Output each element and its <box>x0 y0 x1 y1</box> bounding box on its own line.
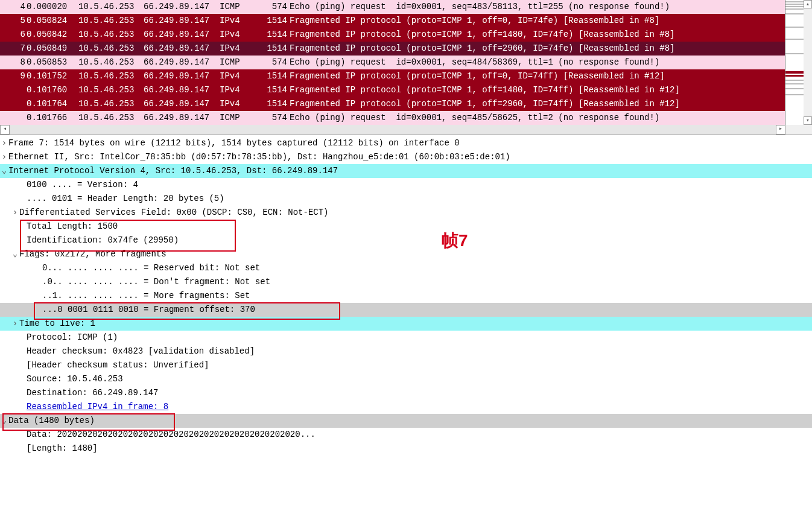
col-source: 10.5.46.253 <box>78 14 144 28</box>
frame-summary: Frame 7: 1514 bytes on wire (12112 bits)… <box>8 138 460 148</box>
col-source: 10.5.46.253 <box>78 42 144 56</box>
packet-row[interactable]: 80.05085310.5.46.25366.249.89.147ICMP574… <box>0 56 785 69</box>
field-header-checksum[interactable]: Header checksum: 0x4823 [validation disa… <box>0 345 812 358</box>
caret-right-icon: › <box>0 150 8 164</box>
field-total-length[interactable]: Total Length: 1500 <box>0 220 812 233</box>
tree-data[interactable]: ⌄Data (1480 bytes) <box>0 414 812 428</box>
col-info: Fragmented IP protocol (proto=ICMP 1, of… <box>290 14 785 28</box>
field-version[interactable]: 0100 .... = Version: 4 <box>0 178 812 192</box>
col-destination: 66.249.89.147 <box>144 97 220 111</box>
col-source: 10.5.46.253 <box>78 28 144 42</box>
col-destination: 66.249.89.147 <box>144 56 220 69</box>
col-length: 1514 <box>250 42 290 56</box>
col-length: 1514 <box>250 83 290 97</box>
packet-row[interactable]: 70.05084910.5.46.25366.249.89.147IPv4151… <box>0 42 785 56</box>
col-source: 10.5.46.253 <box>78 97 144 111</box>
packet-row[interactable]: 90.10175210.5.46.25366.249.89.147IPv4151… <box>0 69 785 83</box>
col-source: 10.5.46.253 <box>78 111 144 125</box>
col-no: 4 <box>0 0 27 14</box>
col-no: 9 <box>0 69 27 83</box>
field-header-length[interactable]: .... 0101 = Header Length: 20 bytes (5) <box>0 192 812 206</box>
col-length: 574 <box>250 0 290 14</box>
field-more-fragments[interactable]: ..1. .... .... .... = More fragments: Se… <box>0 289 812 303</box>
col-length: 574 <box>250 56 290 69</box>
field-identification[interactable]: Identification: 0x74fe (29950) <box>0 233 812 247</box>
col-time: 0.050853 <box>27 56 78 69</box>
field-reserved-bit[interactable]: 0... .... .... .... = Reserved bit: Not … <box>0 261 812 275</box>
hscroll-track[interactable] <box>10 125 776 135</box>
col-no <box>0 83 27 97</box>
tree-dscp[interactable]: ›Differentiated Services Field: 0x00 (DS… <box>0 206 812 220</box>
scroll-down-icon[interactable]: ▾ <box>804 116 812 125</box>
col-length: 1514 <box>250 97 290 111</box>
caret-right-icon: › <box>0 136 8 150</box>
field-data-bytes[interactable]: Data: 2020202020202020202020202020202020… <box>0 428 812 442</box>
col-no: 8 <box>0 56 27 69</box>
col-destination: 66.249.89.147 <box>144 83 220 97</box>
col-length: 1514 <box>250 69 290 83</box>
packet-list-hscroll[interactable]: ◂ ▸ <box>0 125 812 135</box>
reassembled-link[interactable]: Reassembled IPv4 in frame: 8 <box>27 402 168 411</box>
packet-list-minimap[interactable]: ▴ ▾ <box>785 0 812 125</box>
col-info: Echo (ping) request id=0x0001, seq=483/5… <box>290 0 785 14</box>
col-protocol: IPv4 <box>220 97 250 111</box>
packet-row[interactable]: 0.10176410.5.46.25366.249.89.147IPv41514… <box>0 97 785 111</box>
col-destination: 66.249.89.147 <box>144 14 220 28</box>
field-data-length[interactable]: [Length: 1480] <box>0 442 812 456</box>
col-protocol: IPv4 <box>220 42 250 56</box>
col-protocol: ICMP <box>220 111 250 125</box>
col-protocol: IPv4 <box>220 28 250 42</box>
scroll-right-icon[interactable]: ▸ <box>776 125 785 135</box>
col-time: 0.101760 <box>27 83 78 97</box>
col-destination: 66.249.89.147 <box>144 42 220 56</box>
field-source[interactable]: Source: 10.5.46.253 <box>0 372 812 386</box>
col-time: 0.101764 <box>27 97 78 111</box>
packet-row[interactable]: 50.05082410.5.46.25366.249.89.147IPv4151… <box>0 14 785 28</box>
col-no: 5 <box>0 14 27 28</box>
caret-down-icon: ⌄ <box>0 164 8 178</box>
tree-flags[interactable]: ⌄Flags: 0x2172, More fragments <box>0 247 812 261</box>
col-info: Fragmented IP protocol (proto=ICMP 1, of… <box>290 69 785 83</box>
tree-ethernet[interactable]: ›Ethernet II, Src: IntelCor_78:35:bb (d0… <box>0 150 812 164</box>
col-destination: 66.249.89.147 <box>144 111 220 125</box>
col-time: 0.101766 <box>27 111 78 125</box>
col-no: 6 <box>0 28 27 42</box>
col-destination: 66.249.89.147 <box>144 69 220 83</box>
field-checksum-status[interactable]: [Header checksum status: Unverified] <box>0 358 812 372</box>
col-destination: 66.249.89.147 <box>144 28 220 42</box>
col-info: Fragmented IP protocol (proto=ICMP 1, of… <box>290 28 785 42</box>
col-protocol: IPv4 <box>220 14 250 28</box>
col-protocol: ICMP <box>220 0 250 14</box>
col-no <box>0 97 27 111</box>
packet-row[interactable]: 0.10176010.5.46.25366.249.89.147IPv41514… <box>0 83 785 97</box>
field-protocol[interactable]: Protocol: ICMP (1) <box>0 331 812 345</box>
caret-right-icon: › <box>11 206 19 220</box>
col-time: 0.050842 <box>27 28 78 42</box>
field-reassembled-link[interactable]: Reassembled IPv4 in frame: 8 <box>0 400 812 414</box>
packet-details-pane[interactable]: ›Frame 7: 1514 bytes on wire (12112 bits… <box>0 135 812 463</box>
col-length: 1514 <box>250 14 290 28</box>
scroll-up-icon[interactable]: ▴ <box>804 0 812 8</box>
col-source: 10.5.46.253 <box>78 0 144 14</box>
field-fragment-offset[interactable]: ...0 0001 0111 0010 = Fragment offset: 3… <box>0 303 812 317</box>
packet-row[interactable]: 0.10176610.5.46.25366.249.89.147ICMP574E… <box>0 111 785 125</box>
packet-row[interactable]: 60.05084210.5.46.25366.249.89.147IPv4151… <box>0 28 785 42</box>
packet-list-vscroll[interactable]: ▴ ▾ <box>804 0 812 125</box>
packet-row[interactable]: 40.00002010.5.46.25366.249.89.147ICMP574… <box>0 0 785 14</box>
col-time: 0.050849 <box>27 42 78 56</box>
col-length: 1514 <box>250 28 290 42</box>
col-protocol: ICMP <box>220 56 250 69</box>
annotation-label: 帧7 <box>442 229 468 252</box>
scroll-left-icon[interactable]: ◂ <box>0 125 10 135</box>
field-ttl[interactable]: ›Time to live: 1 <box>0 317 812 331</box>
packet-list-pane[interactable]: 40.00002010.5.46.25366.249.89.147ICMP574… <box>0 0 812 135</box>
col-info: Fragmented IP protocol (proto=ICMP 1, of… <box>290 42 785 56</box>
col-source: 10.5.46.253 <box>78 69 144 83</box>
field-dont-fragment[interactable]: .0.. .... .... .... = Don't fragment: No… <box>0 275 812 289</box>
tree-ipv4[interactable]: ⌄Internet Protocol Version 4, Src: 10.5.… <box>0 164 812 178</box>
col-time: 0.000020 <box>27 0 78 14</box>
field-destination[interactable]: Destination: 66.249.89.147 <box>0 386 812 400</box>
col-protocol: IPv4 <box>220 83 250 97</box>
caret-down-icon: ⌄ <box>0 414 8 428</box>
tree-frame[interactable]: ›Frame 7: 1514 bytes on wire (12112 bits… <box>0 136 812 150</box>
